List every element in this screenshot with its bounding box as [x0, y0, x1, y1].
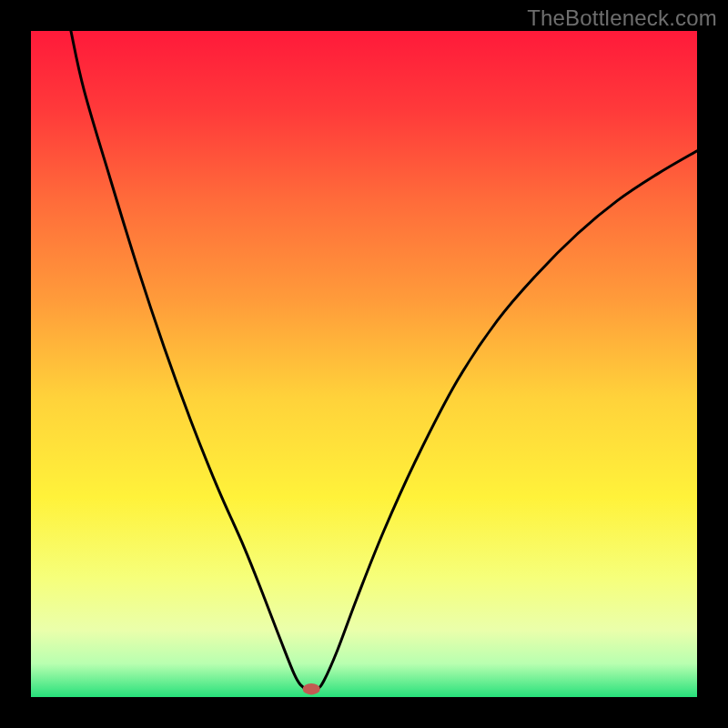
bottleneck-chart [31, 31, 697, 697]
chart-frame: TheBottleneck.com [0, 0, 728, 728]
watermark-text: TheBottleneck.com [527, 5, 717, 31]
plot-area [31, 31, 697, 697]
optimal-point-marker [303, 683, 320, 694]
gradient-background [31, 31, 697, 697]
